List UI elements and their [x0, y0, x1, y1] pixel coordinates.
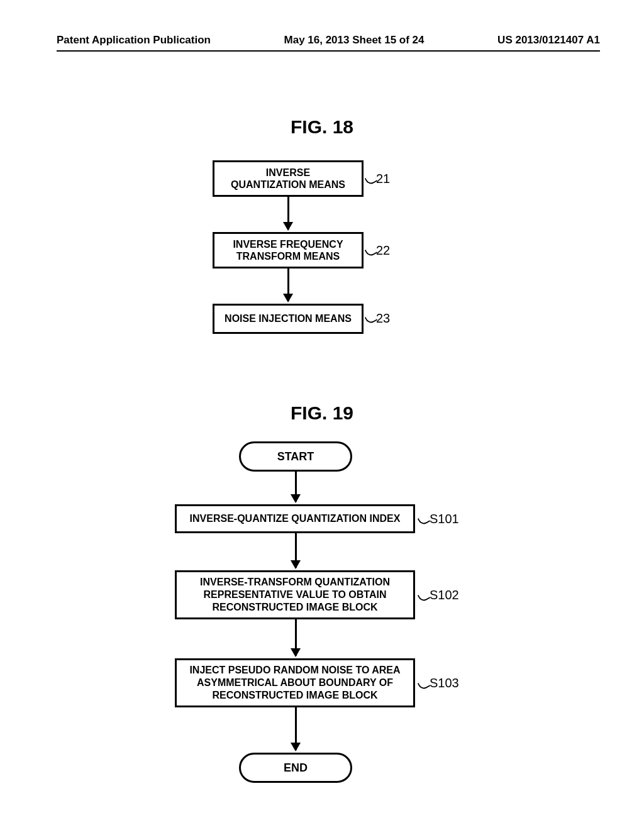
fig18-ref-22: 22 — [376, 243, 390, 258]
arrow-down-icon — [287, 197, 289, 230]
fig18-box-noise-injection: NOISE INJECTION MEANS — [213, 304, 364, 334]
leader-line-icon — [418, 678, 431, 691]
fig19-step-inverse-transform: INVERSE-TRANSFORM QUANTIZATIONREPRESENTA… — [175, 570, 415, 619]
fig19-step-inject-noise: INJECT PSEUDO RANDOM NOISE TO AREAASYMME… — [175, 658, 415, 707]
arrow-down-icon — [287, 268, 289, 301]
fig18-box-inverse-frequency-transform: INVERSE FREQUENCYTRANSFORM MEANS — [213, 232, 364, 268]
fig19-ref-s101: S101 — [430, 512, 459, 526]
fig19-ref-s103: S103 — [430, 676, 459, 690]
fig19-end-terminator: END — [239, 753, 352, 783]
fig19-ref-s102: S102 — [430, 588, 459, 602]
fig18-ref-21: 21 — [376, 172, 390, 186]
patent-page: Patent Application Publication May 16, 2… — [0, 0, 644, 830]
fig19-flowchart: START INVERSE-QUANTIZE QUANTIZATION INDE… — [0, 441, 644, 794]
fig19-start-terminator: START — [239, 441, 352, 472]
fig19-title: FIG. 19 — [0, 402, 644, 424]
fig18-box-inverse-quantization: INVERSEQUANTIZATION MEANS — [213, 160, 364, 197]
header-publication: Patent Application Publication — [57, 34, 211, 47]
fig18-ref-23: 23 — [376, 311, 390, 326]
arrow-down-icon — [295, 619, 297, 656]
header-pubnumber: US 2013/0121407 A1 — [497, 34, 600, 47]
page-header: Patent Application Publication May 16, 2… — [57, 34, 600, 52]
header-date-sheet: May 16, 2013 Sheet 15 of 24 — [284, 34, 425, 47]
fig18-diagram: INVERSEQUANTIZATION MEANS 21 INVERSE FRE… — [0, 160, 644, 374]
arrow-down-icon — [295, 707, 297, 750]
fig19-step-inverse-quantize: INVERSE-QUANTIZE QUANTIZATION INDEX — [175, 504, 415, 533]
leader-line-icon — [418, 514, 431, 526]
leader-line-icon — [418, 590, 431, 603]
arrow-down-icon — [295, 472, 297, 502]
arrow-down-icon — [295, 533, 297, 568]
fig18-title: FIG. 18 — [0, 116, 644, 138]
